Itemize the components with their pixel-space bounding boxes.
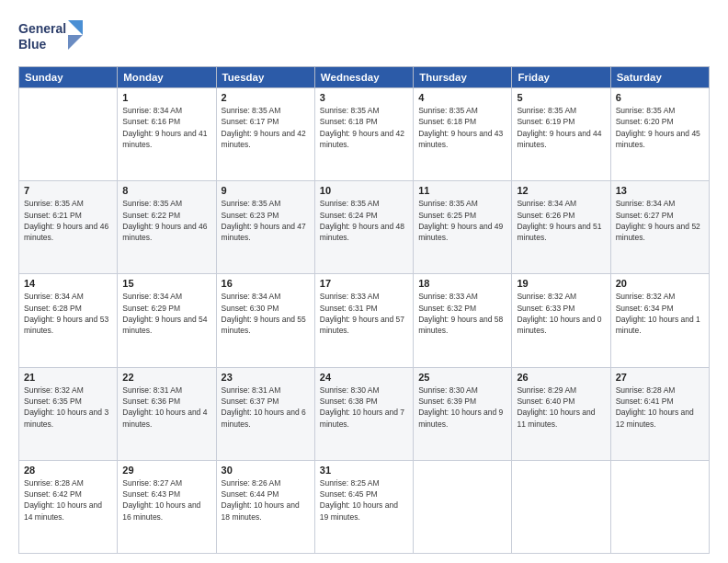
day-info: Sunrise: 8:30 AMSunset: 6:39 PMDaylight:… xyxy=(418,385,506,430)
header: General Blue xyxy=(18,17,710,57)
day-info: Sunrise: 8:34 AMSunset: 6:30 PMDaylight:… xyxy=(222,291,310,336)
calendar-cell: 1Sunrise: 8:34 AMSunset: 6:16 PMDaylight… xyxy=(118,88,216,181)
calendar-cell: 18Sunrise: 8:33 AMSunset: 6:32 PMDayligh… xyxy=(414,274,512,367)
calendar-cell: 15Sunrise: 8:34 AMSunset: 6:29 PMDayligh… xyxy=(118,274,216,367)
day-number: 23 xyxy=(222,372,310,383)
day-info: Sunrise: 8:35 AMSunset: 6:20 PMDaylight:… xyxy=(616,105,704,150)
calendar-cell: 26Sunrise: 8:29 AMSunset: 6:40 PMDayligh… xyxy=(512,367,610,460)
day-number: 29 xyxy=(122,465,210,476)
day-number: 22 xyxy=(122,372,210,383)
col-header-tuesday: Tuesday xyxy=(216,67,314,88)
calendar-cell: 27Sunrise: 8:28 AMSunset: 6:41 PMDayligh… xyxy=(610,367,709,460)
day-info: Sunrise: 8:32 AMSunset: 6:35 PMDaylight:… xyxy=(24,385,112,430)
day-number: 5 xyxy=(517,92,605,103)
col-header-thursday: Thursday xyxy=(414,67,512,88)
calendar-cell: 10Sunrise: 8:35 AMSunset: 6:24 PMDayligh… xyxy=(314,181,413,274)
day-number: 16 xyxy=(222,278,310,289)
week-row-3: 14Sunrise: 8:34 AMSunset: 6:28 PMDayligh… xyxy=(19,274,710,367)
day-info: Sunrise: 8:30 AMSunset: 6:38 PMDaylight:… xyxy=(320,385,408,430)
day-info: Sunrise: 8:26 AMSunset: 6:44 PMDaylight:… xyxy=(222,477,310,523)
calendar-cell: 14Sunrise: 8:34 AMSunset: 6:28 PMDayligh… xyxy=(19,274,118,367)
day-number: 21 xyxy=(24,372,112,383)
calendar-cell xyxy=(19,88,118,181)
col-header-friday: Friday xyxy=(512,67,610,88)
day-info: Sunrise: 8:35 AMSunset: 6:25 PMDaylight:… xyxy=(418,198,506,243)
calendar-cell: 29Sunrise: 8:27 AMSunset: 6:43 PMDayligh… xyxy=(118,460,216,553)
calendar-cell xyxy=(414,460,512,553)
day-info: Sunrise: 8:35 AMSunset: 6:18 PMDaylight:… xyxy=(320,105,408,150)
day-info: Sunrise: 8:35 AMSunset: 6:21 PMDaylight:… xyxy=(24,198,112,243)
svg-marker-2 xyxy=(68,20,83,35)
calendar-cell: 19Sunrise: 8:32 AMSunset: 6:33 PMDayligh… xyxy=(512,274,610,367)
day-info: Sunrise: 8:34 AMSunset: 6:29 PMDaylight:… xyxy=(122,291,210,336)
day-info: Sunrise: 8:27 AMSunset: 6:43 PMDaylight:… xyxy=(122,477,210,523)
svg-text:General: General xyxy=(18,21,66,36)
calendar-cell: 4Sunrise: 8:35 AMSunset: 6:18 PMDaylight… xyxy=(414,88,512,181)
calendar-cell: 28Sunrise: 8:28 AMSunset: 6:42 PMDayligh… xyxy=(19,460,118,553)
day-number: 28 xyxy=(24,465,112,476)
calendar-cell: 17Sunrise: 8:33 AMSunset: 6:31 PMDayligh… xyxy=(314,274,413,367)
calendar-cell: 11Sunrise: 8:35 AMSunset: 6:25 PMDayligh… xyxy=(414,181,512,274)
day-info: Sunrise: 8:32 AMSunset: 6:34 PMDaylight:… xyxy=(616,291,704,336)
logo: General Blue xyxy=(18,17,85,57)
calendar-cell: 9Sunrise: 8:35 AMSunset: 6:23 PMDaylight… xyxy=(216,181,314,274)
day-info: Sunrise: 8:31 AMSunset: 6:37 PMDaylight:… xyxy=(222,385,310,430)
col-header-monday: Monday xyxy=(118,67,216,88)
calendar-table: SundayMondayTuesdayWednesdayThursdayFrid… xyxy=(18,66,710,554)
day-number: 2 xyxy=(222,92,310,103)
col-header-sunday: Sunday xyxy=(19,67,118,88)
calendar-cell: 30Sunrise: 8:26 AMSunset: 6:44 PMDayligh… xyxy=(216,460,314,553)
page: General Blue SundayMondayTuesdayWednesda… xyxy=(0,0,728,563)
day-number: 4 xyxy=(418,92,506,103)
calendar-cell: 24Sunrise: 8:30 AMSunset: 6:38 PMDayligh… xyxy=(314,367,413,460)
week-row-5: 28Sunrise: 8:28 AMSunset: 6:42 PMDayligh… xyxy=(19,460,710,553)
svg-marker-3 xyxy=(68,35,83,50)
day-number: 31 xyxy=(320,465,408,476)
week-row-4: 21Sunrise: 8:32 AMSunset: 6:35 PMDayligh… xyxy=(19,367,710,460)
week-row-2: 7Sunrise: 8:35 AMSunset: 6:21 PMDaylight… xyxy=(19,181,710,274)
calendar-cell: 6Sunrise: 8:35 AMSunset: 6:20 PMDaylight… xyxy=(610,88,709,181)
calendar-cell: 21Sunrise: 8:32 AMSunset: 6:35 PMDayligh… xyxy=(19,367,118,460)
day-number: 25 xyxy=(418,372,506,383)
day-number: 9 xyxy=(222,185,310,196)
calendar-cell: 5Sunrise: 8:35 AMSunset: 6:19 PMDaylight… xyxy=(512,88,610,181)
day-info: Sunrise: 8:28 AMSunset: 6:41 PMDaylight:… xyxy=(616,385,704,430)
day-info: Sunrise: 8:34 AMSunset: 6:27 PMDaylight:… xyxy=(616,198,704,243)
day-number: 11 xyxy=(418,185,506,196)
calendar-cell: 7Sunrise: 8:35 AMSunset: 6:21 PMDaylight… xyxy=(19,181,118,274)
calendar-cell: 13Sunrise: 8:34 AMSunset: 6:27 PMDayligh… xyxy=(610,181,709,274)
day-info: Sunrise: 8:31 AMSunset: 6:36 PMDaylight:… xyxy=(122,385,210,430)
calendar-cell xyxy=(512,460,610,553)
col-header-saturday: Saturday xyxy=(610,67,709,88)
day-number: 13 xyxy=(616,185,704,196)
day-info: Sunrise: 8:35 AMSunset: 6:18 PMDaylight:… xyxy=(418,105,506,150)
calendar-cell: 20Sunrise: 8:32 AMSunset: 6:34 PMDayligh… xyxy=(610,274,709,367)
day-info: Sunrise: 8:35 AMSunset: 6:22 PMDaylight:… xyxy=(122,198,210,243)
day-number: 17 xyxy=(320,278,408,289)
day-info: Sunrise: 8:33 AMSunset: 6:32 PMDaylight:… xyxy=(418,291,506,336)
day-info: Sunrise: 8:35 AMSunset: 6:23 PMDaylight:… xyxy=(222,198,310,243)
calendar-cell: 12Sunrise: 8:34 AMSunset: 6:26 PMDayligh… xyxy=(512,181,610,274)
day-number: 30 xyxy=(222,465,310,476)
calendar-cell: 31Sunrise: 8:25 AMSunset: 6:45 PMDayligh… xyxy=(314,460,413,553)
day-number: 6 xyxy=(616,92,704,103)
day-info: Sunrise: 8:33 AMSunset: 6:31 PMDaylight:… xyxy=(320,291,408,336)
day-number: 15 xyxy=(122,278,210,289)
day-info: Sunrise: 8:29 AMSunset: 6:40 PMDaylight:… xyxy=(517,385,605,430)
day-info: Sunrise: 8:34 AMSunset: 6:16 PMDaylight:… xyxy=(122,105,210,150)
day-number: 1 xyxy=(122,92,210,103)
day-number: 27 xyxy=(616,372,704,383)
day-number: 18 xyxy=(418,278,506,289)
day-number: 26 xyxy=(517,372,605,383)
col-header-wednesday: Wednesday xyxy=(314,67,413,88)
calendar-cell: 25Sunrise: 8:30 AMSunset: 6:39 PMDayligh… xyxy=(414,367,512,460)
day-number: 3 xyxy=(320,92,408,103)
day-info: Sunrise: 8:34 AMSunset: 6:28 PMDaylight:… xyxy=(24,291,112,336)
calendar-cell: 2Sunrise: 8:35 AMSunset: 6:17 PMDaylight… xyxy=(216,88,314,181)
day-info: Sunrise: 8:35 AMSunset: 6:24 PMDaylight:… xyxy=(320,198,408,243)
week-row-1: 1Sunrise: 8:34 AMSunset: 6:16 PMDaylight… xyxy=(19,88,710,181)
day-info: Sunrise: 8:35 AMSunset: 6:19 PMDaylight:… xyxy=(517,105,605,150)
day-number: 14 xyxy=(24,278,112,289)
calendar-cell xyxy=(610,460,709,553)
day-info: Sunrise: 8:28 AMSunset: 6:42 PMDaylight:… xyxy=(24,477,112,523)
